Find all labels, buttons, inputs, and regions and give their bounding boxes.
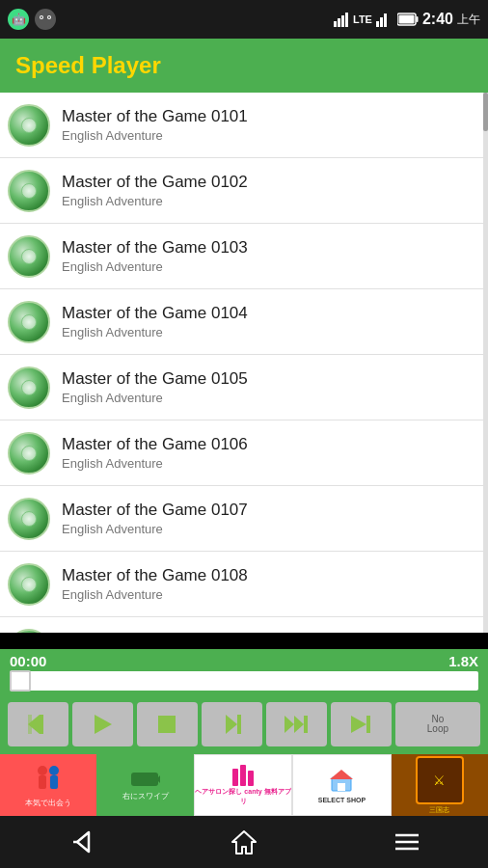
ads-banner: 本気で出会う 右にスワイプ ヘアサロン探し canty 無料アプリ xyxy=(0,754,488,816)
track-title-2: Master of the Game 0102 xyxy=(62,173,248,192)
track-subtitle-4: English Adventure xyxy=(62,325,248,339)
track-list-wrapper[interactable]: Master of the Game 0101 English Adventur… xyxy=(0,93,488,633)
app-title: Speed Player xyxy=(15,52,161,79)
android-icon: 🤖 xyxy=(8,9,29,30)
svg-rect-32 xyxy=(50,775,58,789)
loop-button[interactable]: No Loop xyxy=(395,702,480,746)
track-info-3: Master of the Game 0103 English Adventur… xyxy=(62,238,248,274)
svg-rect-9 xyxy=(341,15,344,27)
track-item-2[interactable]: Master of the Game 0102 English Adventur… xyxy=(0,158,488,224)
track-info-4: Master of the Game 0104 English Adventur… xyxy=(62,304,248,339)
track-info-6: Master of the Game 0106 English Adventur… xyxy=(62,435,248,471)
track-icon-9 xyxy=(8,629,50,634)
svg-marker-40 xyxy=(232,831,256,854)
ad1-icon xyxy=(31,763,66,798)
track-info-8: Master of the Game 0108 English Adventur… xyxy=(62,566,248,602)
next-button[interactable] xyxy=(202,702,262,746)
ad-item-3[interactable]: ヘアサロン探し canty 無料アプリ xyxy=(194,754,292,816)
svg-rect-30 xyxy=(39,775,46,789)
progress-thumb[interactable] xyxy=(10,670,31,692)
menu-button[interactable] xyxy=(378,823,436,861)
track-item-1[interactable]: Master of the Game 0101 English Adventur… xyxy=(0,93,488,158)
ad4-icon xyxy=(328,768,355,795)
svg-marker-22 xyxy=(226,715,237,734)
progress-bar[interactable] xyxy=(10,671,478,691)
track-subtitle-7: English Adventure xyxy=(62,522,248,536)
track-item-7[interactable]: Master of the Game 0107 English Adventur… xyxy=(0,486,488,552)
svg-point-6 xyxy=(48,16,50,18)
home-icon xyxy=(230,828,258,855)
speed-display: 1.8X xyxy=(448,653,478,669)
ad4-text: SELECT SHOP xyxy=(318,797,366,803)
track-title-6: Master of the Game 0106 xyxy=(62,435,248,454)
lte-badge: LTE xyxy=(353,14,372,25)
svg-rect-11 xyxy=(376,21,379,27)
track-title-3: Master of the Game 0103 xyxy=(62,238,248,258)
menu-icon xyxy=(393,832,420,852)
svg-rect-19 xyxy=(28,715,32,734)
track-subtitle-6: English Adventure xyxy=(62,456,248,471)
track-info-7: Master of the Game 0107 English Adventur… xyxy=(62,501,248,536)
stop-button[interactable] xyxy=(137,702,198,746)
ad-item-4[interactable]: SELECT SHOP xyxy=(292,754,391,816)
play-button[interactable] xyxy=(72,702,133,746)
track-subtitle-8: English Adventure xyxy=(62,587,248,602)
scrollbar-track[interactable] xyxy=(483,93,488,633)
home-button[interactable] xyxy=(215,823,273,861)
svg-marker-27 xyxy=(351,716,366,733)
track-icon-8 xyxy=(8,563,50,606)
svg-rect-21 xyxy=(158,716,176,733)
svg-marker-25 xyxy=(294,716,304,733)
track-item-3[interactable]: Master of the Game 0103 English Adventur… xyxy=(0,224,488,289)
scrollbar-thumb[interactable] xyxy=(483,93,488,131)
prev-button[interactable] xyxy=(8,702,68,746)
track-icon-5 xyxy=(8,366,50,409)
track-info-1: Master of the Game 0101 English Adventur… xyxy=(62,107,248,143)
fast-forward-button[interactable] xyxy=(266,702,327,746)
track-info-9: Master of the Game 0109 English Adventur… xyxy=(62,632,248,633)
game-icon xyxy=(35,9,56,30)
svg-rect-10 xyxy=(345,13,348,27)
ad-item-5[interactable]: ⚔ 三国志 xyxy=(392,754,488,816)
current-time: 00:00 xyxy=(10,653,46,669)
track-icon-2 xyxy=(8,170,50,212)
svg-rect-12 xyxy=(380,17,383,27)
track-item-9[interactable]: Master of the Game 0109 English Adventur… xyxy=(0,617,488,633)
svg-rect-16 xyxy=(398,15,414,24)
svg-marker-24 xyxy=(285,716,294,733)
track-subtitle-3: English Adventure xyxy=(62,259,248,274)
track-item-5[interactable]: Master of the Game 0105 English Adventur… xyxy=(0,355,488,420)
battery-icon xyxy=(397,13,419,26)
svg-point-2 xyxy=(35,9,56,30)
ad2-text: 右にスワイプ xyxy=(122,791,169,801)
ad5-text: 三国志 xyxy=(429,805,449,815)
ad-item-2[interactable]: 右にスワイプ xyxy=(96,754,193,816)
track-title-7: Master of the Game 0107 xyxy=(62,501,248,520)
track-icon-1 xyxy=(8,104,50,147)
track-icon-3 xyxy=(8,235,50,278)
track-item-8[interactable]: Master of the Game 0108 English Adventur… xyxy=(0,552,488,617)
svg-rect-23 xyxy=(237,715,241,734)
svg-point-5 xyxy=(41,16,42,18)
track-title-8: Master of the Game 0108 xyxy=(62,566,248,585)
track-title-4: Master of the Game 0104 xyxy=(62,304,248,323)
player-time-row: 00:00 1.8X xyxy=(0,649,488,671)
loop-line2: Loop xyxy=(427,724,448,734)
svg-rect-7 xyxy=(334,21,337,27)
ad-item-1[interactable]: 本気で出会う xyxy=(0,754,96,816)
status-right: LTE 2:40 上午 xyxy=(334,11,480,28)
track-item-6[interactable]: Master of the Game 0106 English Adventur… xyxy=(0,420,488,486)
svg-point-29 xyxy=(38,766,47,775)
svg-text:🤖: 🤖 xyxy=(12,12,26,26)
track-icon-7 xyxy=(8,498,50,540)
track-icon-6 xyxy=(8,432,50,475)
ad2-icon xyxy=(131,770,160,789)
track-title-9: Master of the Game 0109 xyxy=(62,632,248,633)
svg-rect-28 xyxy=(366,716,370,733)
step-forward-button[interactable] xyxy=(331,702,392,746)
bottom-nav xyxy=(0,816,488,868)
track-item-4[interactable]: Master of the Game 0104 English Adventur… xyxy=(0,289,488,355)
back-button[interactable] xyxy=(52,823,110,861)
track-title-5: Master of the Game 0105 xyxy=(62,369,248,389)
svg-marker-20 xyxy=(95,715,112,734)
